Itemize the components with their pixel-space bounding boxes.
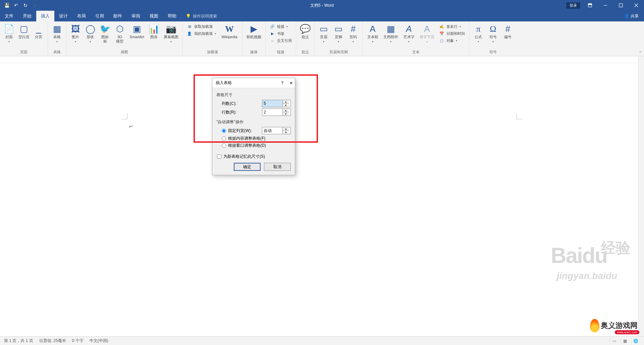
fit-window-radio[interactable]: [222, 143, 226, 148]
status-wordcount[interactable]: 0 个字: [72, 338, 84, 344]
group-comments-label: 批注: [296, 49, 314, 56]
close-icon[interactable]: ✕: [289, 81, 293, 85]
read-mode-icon[interactable]: ▭: [610, 338, 619, 344]
my-addins-button[interactable]: 👤我的加载项 ▾: [185, 30, 218, 37]
minimize-icon[interactable]: [598, 0, 613, 11]
tab-home[interactable]: 开始: [18, 11, 36, 21]
web-layout-icon[interactable]: 🌐: [631, 338, 640, 344]
dialog-titlebar[interactable]: 插入表格 ? ✕: [212, 78, 295, 88]
save-icon[interactable]: 💾: [3, 1, 11, 9]
blank-page-button[interactable]: ▢空白页: [17, 23, 31, 44]
bookmark-button[interactable]: ▶书签: [268, 30, 294, 37]
fixed-width-radio[interactable]: [222, 129, 226, 133]
icons-button[interactable]: 🐦图标标: [98, 23, 112, 44]
pagenum-button[interactable]: #页码▾: [346, 23, 360, 44]
omega-icon: Ω: [490, 23, 496, 35]
page[interactable]: ↵: [127, 63, 517, 113]
tab-file[interactable]: 文件: [0, 11, 18, 21]
table-button[interactable]: ▦表格▾: [50, 23, 64, 44]
number-button[interactable]: #编号: [501, 23, 515, 44]
tab-view[interactable]: 视图: [145, 11, 163, 21]
group-links: 🔗链接 ▾ ▶书签 ↔交叉引用 链接: [266, 21, 296, 56]
tab-review[interactable]: 审阅: [127, 11, 145, 21]
status-language[interactable]: 中文(中国): [90, 338, 108, 344]
chart-button[interactable]: 📊图表: [147, 23, 161, 44]
3dmodel-button[interactable]: ⬡3D 模型: [113, 23, 127, 44]
object-button[interactable]: ▢对象 ▾: [437, 38, 467, 44]
redo-icon[interactable]: ↻: [21, 1, 30, 9]
remember-checkbox[interactable]: [217, 154, 221, 159]
remember-label: 为新表格记忆此尺寸(S): [223, 154, 265, 159]
rows-spinner[interactable]: ▲▼: [262, 109, 291, 116]
undo-icon[interactable]: ↶: [12, 1, 20, 9]
page-break-button[interactable]: ⎯分页: [32, 23, 46, 44]
fixed-width-input[interactable]: [262, 127, 282, 134]
online-video-button[interactable]: ▶联机视频: [245, 23, 263, 44]
pagenum-icon: #: [351, 23, 356, 35]
dropcap-icon: A: [424, 23, 430, 35]
smartart-button[interactable]: ▣SmartArt: [127, 23, 146, 44]
tab-help[interactable]: 帮助: [163, 11, 181, 21]
collapse-ribbon-icon[interactable]: ⌃: [639, 51, 642, 55]
ribbon-display-icon[interactable]: [582, 0, 598, 11]
fit-content-row: 根据内容调整表格(F): [222, 136, 291, 141]
link-button[interactable]: 🔗链接 ▾: [268, 23, 294, 30]
quick-access-toolbar: 💾 ↶ ↻ ▼: [0, 1, 39, 9]
get-addins-button[interactable]: ⊞获取加载项: [185, 23, 218, 30]
status-page[interactable]: 第 1 页，共 1 页: [4, 338, 33, 344]
picture-icon: 🖼: [71, 23, 80, 35]
tell-me-search[interactable]: 💡 操作说明搜索: [181, 11, 222, 21]
print-layout-icon[interactable]: ▦: [621, 338, 629, 344]
spin-up-icon[interactable]: ▲: [283, 109, 289, 112]
ruler[interactable]: [0, 56, 644, 63]
header-button[interactable]: ▭页眉▾: [317, 23, 331, 44]
spin-down-icon[interactable]: ▼: [283, 131, 289, 134]
symbol-button[interactable]: Ω符号▾: [486, 23, 500, 44]
tab-mailings[interactable]: 邮件: [109, 11, 127, 21]
login-button[interactable]: 登录: [566, 2, 580, 9]
fixed-width-spinner[interactable]: ▲▼: [262, 127, 291, 134]
group-tables-label: 表格: [48, 49, 66, 56]
section-size-label: 表格尺寸: [216, 92, 291, 98]
dropcap-button[interactable]: A首字下沉▾: [418, 23, 436, 44]
cancel-button[interactable]: 取消: [264, 163, 291, 171]
fit-content-radio[interactable]: [222, 136, 226, 141]
sigline-button[interactable]: ✍签名行 ▾: [437, 23, 467, 30]
help-icon[interactable]: ?: [281, 81, 283, 85]
tab-design[interactable]: 设计: [54, 11, 72, 21]
equation-button[interactable]: π公式▾: [471, 23, 485, 44]
columns-spinner[interactable]: ▲▼: [262, 100, 291, 107]
columns-label: 列数(C):: [222, 101, 259, 107]
tab-layout[interactable]: 布局: [72, 11, 91, 21]
footer-button[interactable]: ▭页脚▾: [331, 23, 345, 44]
wikipedia-button[interactable]: WWikipedia: [219, 23, 240, 44]
share-button[interactable]: 👤 共享: [619, 11, 644, 21]
screenshot-button[interactable]: 📷屏幕截图▾: [162, 23, 180, 44]
picture-button[interactable]: 🖼图片▾: [68, 23, 83, 44]
tab-references[interactable]: 引用: [91, 11, 109, 21]
chart-icon: 📊: [149, 23, 159, 35]
wordart-button[interactable]: A艺术字▾: [401, 23, 417, 44]
cover-page-button[interactable]: 📄封面▾: [2, 23, 16, 44]
vertical-scrollbar[interactable]: [638, 56, 644, 336]
qat-dropdown-icon[interactable]: ▼: [31, 1, 39, 9]
maximize-icon[interactable]: [613, 0, 629, 11]
spin-down-icon[interactable]: ▼: [283, 104, 289, 107]
datetime-button[interactable]: 📅日期和时间: [437, 30, 467, 37]
close-icon[interactable]: [629, 0, 644, 11]
quickparts-button[interactable]: ▦文档部件▾: [381, 23, 400, 44]
status-position[interactable]: 位置值: 25毫米: [39, 338, 66, 344]
shapes-button[interactable]: ◯形状▾: [83, 23, 97, 44]
page-margin-corner-right: [517, 113, 523, 119]
comment-button[interactable]: 💬批注: [298, 23, 312, 44]
rows-input[interactable]: [262, 109, 282, 116]
columns-input[interactable]: [262, 100, 282, 107]
crossref-button[interactable]: ↔交叉引用: [268, 38, 294, 44]
spin-up-icon[interactable]: ▲: [283, 100, 289, 104]
ok-button[interactable]: 确定: [234, 163, 261, 171]
spin-up-icon[interactable]: ▲: [283, 127, 289, 131]
document-area[interactable]: ↵: [0, 56, 644, 336]
textbox-button[interactable]: A文本框▾: [365, 23, 381, 44]
tab-insert[interactable]: 插入: [36, 11, 54, 21]
spin-down-icon[interactable]: ▼: [283, 112, 289, 116]
